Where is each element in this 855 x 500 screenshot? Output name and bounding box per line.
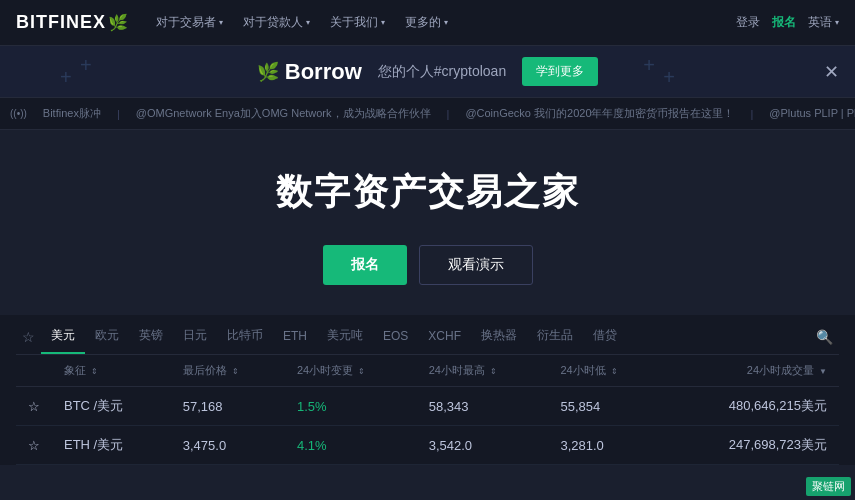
favorites-tab[interactable]: ☆ [16, 321, 41, 353]
login-button[interactable]: 登录 [736, 14, 760, 31]
nav-right: 登录 报名 英语 ▾ [736, 14, 839, 31]
sort-icon: ⇕ [611, 367, 618, 376]
sort-desc-icon: ▼ [819, 367, 827, 376]
market-table: 象征 ⇕ 最后价格 ⇕ 24小时变更 ⇕ 24小时最高 ⇕ 24小时低 ⇕ [16, 355, 839, 465]
promo-banner: + + + + 🌿 Borrow 您的个人#cryptoloan 学到更多 ✕ [0, 46, 855, 98]
tab-xchf[interactable]: XCHF [418, 321, 471, 353]
sort-icon: ⇕ [91, 367, 98, 376]
search-icon[interactable]: 🔍 [810, 321, 839, 353]
tab-usd[interactable]: 美元 [41, 319, 85, 354]
nav-item-lenders[interactable]: 对于贷款人 ▾ [235, 10, 318, 35]
tab-lending[interactable]: 借贷 [583, 319, 627, 354]
logo-area[interactable]: BITFINEX 🌿 [16, 12, 128, 33]
hero-buttons: 报名 观看演示 [20, 245, 835, 285]
logo-text: BITFINEX [16, 12, 106, 33]
chevron-down-icon: ▾ [219, 18, 223, 27]
change-cell: 1.5% [285, 387, 417, 426]
borrow-leaf-icon: 🌿 [257, 61, 279, 83]
pair-name[interactable]: ETH /美元 [52, 426, 171, 465]
volume-cell: 480,646,215美元 [664, 387, 839, 426]
col-change[interactable]: 24小时变更 ⇕ [285, 355, 417, 387]
sort-icon: ⇕ [358, 367, 365, 376]
decorative-plus: + [643, 54, 655, 77]
ticker-item: @OMGnetwork Enya加入OMG Network，成为战略合作伙伴 [136, 106, 431, 121]
chevron-down-icon: ▾ [835, 18, 839, 27]
banner-borrow-label: 🌿 Borrow [257, 59, 362, 85]
ticker-item: Bitfinex脉冲 [43, 106, 101, 121]
tab-eos[interactable]: EOS [373, 321, 418, 353]
navbar: BITFINEX 🌿 对于交易者 ▾ 对于贷款人 ▾ 关于我们 ▾ 更多的 ▾ … [0, 0, 855, 46]
tab-gbp[interactable]: 英镑 [129, 319, 173, 354]
col-low[interactable]: 24小时低 ⇕ [548, 355, 664, 387]
price-cell: 57,168 [171, 387, 285, 426]
decorative-plus: + [80, 54, 92, 77]
hero-section: 数字资产交易之家 报名 观看演示 [0, 130, 855, 315]
market-section: ☆ 美元 欧元 英镑 日元 比特币 ETH 美元吨 EOS XCHF 换热器 [0, 315, 855, 465]
table-row: ☆ ETH /美元 3,475.0 4.1% 3,542.0 3,281.0 2… [16, 426, 839, 465]
page-title: 数字资产交易之家 [20, 168, 835, 217]
favorite-star[interactable]: ☆ [16, 387, 52, 426]
tab-btc[interactable]: 比特币 [217, 319, 273, 354]
nav-item-more[interactable]: 更多的 ▾ [397, 10, 456, 35]
col-price[interactable]: 最后价格 ⇕ [171, 355, 285, 387]
high-cell: 58,343 [417, 387, 549, 426]
tab-usdt[interactable]: 美元吨 [317, 319, 373, 354]
signup-cta-button[interactable]: 报名 [323, 245, 407, 285]
close-button[interactable]: ✕ [824, 61, 839, 83]
col-high[interactable]: 24小时最高 ⇕ [417, 355, 549, 387]
favorite-star[interactable]: ☆ [16, 426, 52, 465]
low-cell: 55,854 [548, 387, 664, 426]
tab-exchange[interactable]: 换热器 [471, 319, 527, 354]
watermark: 聚链网 [806, 477, 851, 496]
sort-icon: ⇕ [490, 367, 497, 376]
tab-jpy[interactable]: 日元 [173, 319, 217, 354]
demo-button[interactable]: 观看演示 [419, 245, 533, 285]
low-cell: 3,281.0 [548, 426, 664, 465]
nav-item-traders[interactable]: 对于交易者 ▾ [148, 10, 231, 35]
ticker-item: @Plutus PLIP | Pluton流动 [769, 106, 855, 121]
language-selector[interactable]: 英语 ▾ [808, 14, 839, 31]
tab-eth[interactable]: ETH [273, 321, 317, 353]
tab-eur[interactable]: 欧元 [85, 319, 129, 354]
banner-subtitle: 您的个人#cryptoloan [378, 63, 506, 81]
high-cell: 3,542.0 [417, 426, 549, 465]
volume-cell: 247,698,723美元 [664, 426, 839, 465]
logo-leaf-icon: 🌿 [108, 13, 128, 32]
chevron-down-icon: ▾ [381, 18, 385, 27]
news-ticker: ((•)) Bitfinex脉冲 | @OMGnetwork Enya加入OMG… [0, 98, 855, 130]
chevron-down-icon: ▾ [306, 18, 310, 27]
learn-more-button[interactable]: 学到更多 [522, 57, 598, 86]
change-cell: 4.1% [285, 426, 417, 465]
sort-icon: ⇕ [232, 367, 239, 376]
radio-icon: ((•)) [10, 108, 27, 119]
col-symbol[interactable]: 象征 ⇕ [52, 355, 171, 387]
price-cell: 3,475.0 [171, 426, 285, 465]
banner-content: 🌿 Borrow 您的个人#cryptoloan 学到更多 [257, 57, 598, 86]
ticker-item: @CoinGecko 我们的2020年年度加密货币报告在这里！ [465, 106, 734, 121]
chevron-down-icon: ▾ [444, 18, 448, 27]
tab-derivatives[interactable]: 衍生品 [527, 319, 583, 354]
signup-button[interactable]: 报名 [772, 14, 796, 31]
nav-item-about[interactable]: 关于我们 ▾ [322, 10, 393, 35]
nav-items: 对于交易者 ▾ 对于贷款人 ▾ 关于我们 ▾ 更多的 ▾ [148, 10, 736, 35]
col-volume[interactable]: 24小时成交量 ▼ [664, 355, 839, 387]
decorative-plus: + [60, 66, 72, 89]
pair-name[interactable]: BTC /美元 [52, 387, 171, 426]
decorative-plus: + [663, 66, 675, 89]
table-row: ☆ BTC /美元 57,168 1.5% 58,343 55,854 480,… [16, 387, 839, 426]
market-tabs: ☆ 美元 欧元 英镑 日元 比特币 ETH 美元吨 EOS XCHF 换热器 [16, 315, 839, 355]
